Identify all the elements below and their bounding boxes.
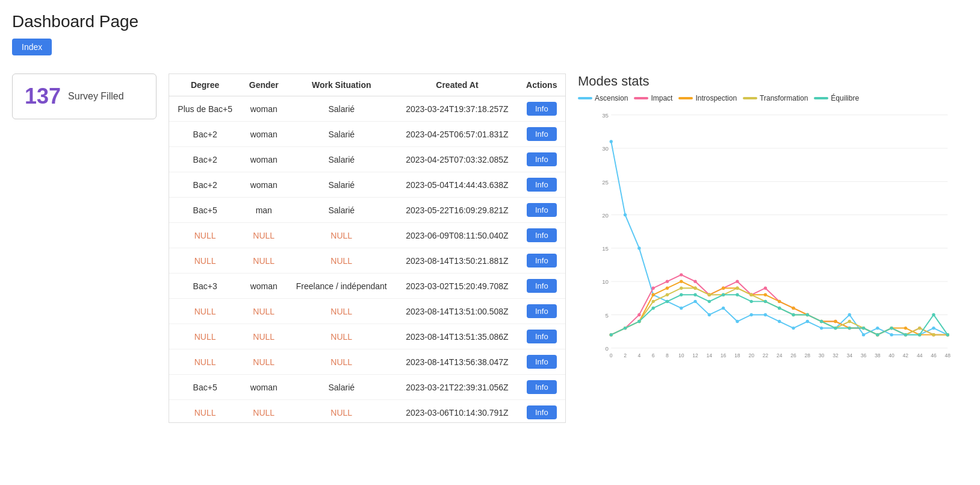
info-button[interactable]: Info [527,178,557,192]
cell-degree: NULL [169,248,241,274]
svg-text:8: 8 [666,352,669,358]
cell-actions[interactable]: Info [518,147,565,172]
cell-actions[interactable]: Info [518,248,565,274]
svg-text:30: 30 [819,352,825,358]
cell-work: Salarié [287,122,396,147]
chart-dot [637,320,640,323]
cell-actions[interactable]: Info [518,96,565,122]
cell-actions[interactable]: Info [518,324,565,349]
cell-work: Salarié [287,198,396,223]
chart-dot [876,327,879,330]
info-button[interactable]: Info [527,203,557,217]
table-row: NULL NULL NULL 2023-06-09T08:11:50.040Z … [169,223,565,248]
chart-dot [693,287,696,290]
svg-text:10: 10 [678,352,684,358]
legend-color [814,97,828,99]
legend-item: Équilibre [814,94,859,102]
cell-work: NULL [287,223,396,248]
cell-actions[interactable]: Info [518,172,565,198]
info-button[interactable]: Info [527,355,557,369]
chart-dot [736,293,739,296]
svg-text:32: 32 [833,352,839,358]
chart-dot [749,300,752,303]
chart-dot [764,287,767,290]
chart-dot [708,300,711,303]
cell-gender: NULL [241,248,287,274]
svg-text:36: 36 [861,352,867,358]
svg-text:35: 35 [602,112,609,119]
cell-actions[interactable]: Info [518,274,565,299]
cell-gender: NULL [241,400,287,424]
chart-dot [764,313,767,316]
cell-gender: woman [241,375,287,400]
info-button[interactable]: Info [527,228,557,242]
cell-actions[interactable]: Info [518,198,565,223]
info-button[interactable]: Info [527,152,557,166]
modes-stats-panel: Modes stats AscensionImpactIntrospection… [578,74,968,368]
info-button[interactable]: Info [527,304,557,318]
chart-dot [932,313,935,316]
chart-dot [693,300,696,303]
chart-dot [722,307,725,310]
info-button[interactable]: Info [527,279,557,293]
legend-label: Introspection [695,94,737,102]
cell-actions[interactable]: Info [518,223,565,248]
legend-color [578,97,592,99]
cell-actions[interactable]: Info [518,375,565,400]
legend-label: Équilibre [831,94,859,102]
cell-created: 2023-05-22T16:09:29.821Z [396,198,518,223]
chart-dot [764,300,767,303]
chart-dot [680,307,683,310]
svg-text:0: 0 [610,352,613,358]
legend-label: Transformation [760,94,808,102]
svg-text:46: 46 [931,352,937,358]
cell-degree: NULL [169,299,241,324]
cell-gender: NULL [241,349,287,375]
svg-text:40: 40 [889,352,895,358]
cell-degree: Bac+5 [169,198,241,223]
col-gender: Gender [241,74,287,96]
info-button[interactable]: Info [527,405,557,419]
svg-text:20: 20 [748,352,754,358]
info-button[interactable]: Info [527,102,557,116]
chart-line-impact [611,275,947,335]
info-button[interactable]: Info [527,380,557,394]
cell-work: NULL [287,324,396,349]
cell-created: 2023-08-14T13:51:00.508Z [396,299,518,324]
chart-dot [680,293,683,296]
cell-actions[interactable]: Info [518,400,565,424]
table-row: Bac+5 woman Salarié 2023-03-21T22:39:31.… [169,375,565,400]
chart-dot [637,246,640,249]
chart-dot [904,333,907,336]
info-button[interactable]: Info [527,330,557,343]
table-row: Bac+2 woman Salarié 2023-04-25T07:03:32.… [169,147,565,172]
cell-created: 2023-08-14T13:56:38.047Z [396,349,518,375]
chart-dot [610,333,613,336]
chart-dot [820,327,823,330]
svg-text:5: 5 [606,312,609,319]
cell-actions[interactable]: Info [518,349,565,375]
page-title: Dashboard Page [12,12,968,31]
chart-dot [834,327,837,330]
chart-dot [722,293,725,296]
cell-work: Salarié [287,172,396,198]
chart-dot [862,333,865,336]
chart-dot [848,320,851,323]
cell-created: 2023-04-25T07:03:32.085Z [396,147,518,172]
chart-dot [708,293,711,296]
cell-actions[interactable]: Info [518,299,565,324]
cell-created: 2023-05-04T14:44:43.638Z [396,172,518,198]
svg-text:18: 18 [734,352,740,358]
cell-gender: NULL [241,299,287,324]
table-row: NULL NULL NULL 2023-08-14T13:50:21.881Z … [169,248,565,274]
cell-gender: man [241,198,287,223]
info-button[interactable]: Info [527,127,557,141]
index-button[interactable]: Index [12,39,52,55]
cell-actions[interactable]: Info [518,122,565,147]
chart-dot [806,313,809,316]
info-button[interactable]: Info [527,254,557,268]
chart-legend: AscensionImpactIntrospectionTransformati… [578,94,968,102]
table-row: Bac+2 woman Salarié 2023-04-25T06:57:01.… [169,122,565,147]
cell-created: 2023-08-14T13:51:35.086Z [396,324,518,349]
col-degree: Degree [169,74,241,96]
